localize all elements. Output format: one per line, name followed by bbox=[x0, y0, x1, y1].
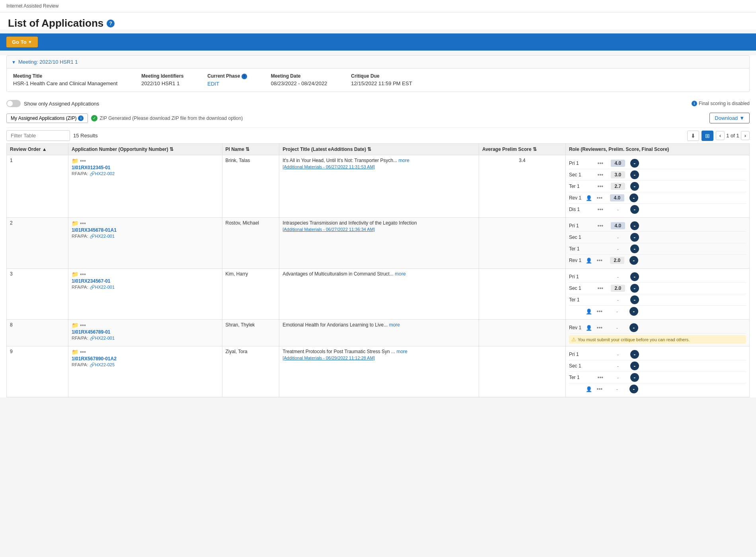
minus-button[interactable]: - bbox=[629, 307, 638, 316]
role-dots-icon[interactable]: ••• bbox=[594, 160, 606, 166]
app-number[interactable]: 1I01RX456789-01 bbox=[72, 329, 218, 335]
prev-page-button[interactable]: ‹ bbox=[716, 131, 725, 140]
app-number[interactable]: 1I01RX234567-01 bbox=[72, 278, 218, 284]
grid-view-button[interactable]: ⊞ bbox=[701, 131, 713, 141]
app-number[interactable]: 1I01RX012345-01 bbox=[72, 165, 218, 170]
minus-button[interactable]: - bbox=[629, 385, 638, 393]
minus-button[interactable]: - bbox=[630, 182, 639, 191]
project-more-link[interactable]: more bbox=[395, 271, 405, 277]
more-options-icon[interactable]: ••• bbox=[80, 349, 86, 355]
rfa-link[interactable]: 🔗HX22-001 bbox=[90, 336, 115, 340]
minus-button[interactable]: - bbox=[630, 362, 639, 370]
minus-button[interactable]: - bbox=[630, 170, 639, 179]
download-button[interactable]: Download ▼ bbox=[709, 113, 750, 123]
minus-button[interactable]: - bbox=[630, 244, 639, 253]
minus-button[interactable]: - bbox=[630, 295, 639, 304]
toggle-label: Show only Assigned Applications bbox=[24, 101, 99, 107]
zip-left: My Assigned Applications (ZIP) i ✓ ZIP G… bbox=[6, 113, 243, 123]
role-dots-icon[interactable]: ••• bbox=[594, 206, 606, 213]
role-dots-icon[interactable]: ••• bbox=[594, 223, 606, 229]
minus-button[interactable]: - bbox=[630, 233, 639, 242]
app-number[interactable]: 1I01RX345678-01A1 bbox=[72, 227, 218, 233]
minus-button[interactable]: - bbox=[629, 256, 638, 265]
role-row: 👤 ••• - - bbox=[569, 306, 746, 317]
final-scoring-info-icon: i bbox=[692, 101, 697, 106]
zip-button[interactable]: My Assigned Applications (ZIP) i bbox=[6, 113, 88, 123]
role-dots-icon[interactable]: ••• bbox=[594, 195, 606, 201]
additional-materials-link[interactable]: [Additional Materials - 06/29/2022 11:12… bbox=[283, 356, 475, 360]
role-row: Rev 1 👤 ••• 4.0 - bbox=[569, 192, 746, 204]
more-options-icon[interactable]: ••• bbox=[80, 158, 86, 164]
minus-button[interactable]: - bbox=[629, 323, 638, 332]
role-dots-icon[interactable]: ••• bbox=[594, 324, 606, 331]
folder-icon[interactable]: 📁 bbox=[72, 349, 78, 355]
col-avg-score: Average Prelim Score ⇅ bbox=[479, 144, 565, 155]
role-dots-icon[interactable]: ••• bbox=[594, 308, 606, 315]
role-dots-icon[interactable]: ••• bbox=[594, 172, 606, 178]
col-review-order: Review Order ▲ bbox=[7, 144, 68, 155]
dash-score: - bbox=[616, 309, 618, 315]
role-label: Sec 1 bbox=[569, 235, 584, 240]
rfa-link[interactable]: 🔗HX22-002 bbox=[90, 171, 115, 176]
goto-button[interactable]: Go To ▼ bbox=[6, 37, 38, 47]
role-dots-icon[interactable]: ••• bbox=[594, 257, 606, 264]
role-dots-icon[interactable]: ••• bbox=[594, 183, 606, 190]
folder-icon[interactable]: 📁 bbox=[72, 158, 78, 164]
assigned-toggle[interactable] bbox=[6, 100, 21, 107]
phase-edit-link[interactable]: EDIT bbox=[207, 81, 247, 87]
rfa-link-row: RFA/PA: 🔗HX22-001 bbox=[72, 234, 218, 239]
cell-avg-score bbox=[479, 218, 565, 269]
project-more-link[interactable]: more bbox=[389, 322, 400, 328]
app-number[interactable]: 1I01RX567890-01A2 bbox=[72, 356, 218, 362]
table-row: 9 📁 ••• 1I01RX567890-01A2 RFA/PA: 🔗HX22-… bbox=[7, 346, 750, 397]
help-icon[interactable]: ? bbox=[107, 20, 115, 27]
role-row: Ter 1 - - bbox=[569, 243, 746, 255]
role-dots-icon[interactable]: ••• bbox=[594, 386, 606, 392]
phase-help-icon[interactable]: ? bbox=[242, 74, 247, 79]
role-score: - bbox=[608, 235, 628, 240]
rfa-link[interactable]: 🔗HX22-001 bbox=[90, 234, 115, 238]
col-app-number: Application Number (Opportunity Number) … bbox=[68, 144, 222, 155]
folder-icon[interactable]: 📁 bbox=[72, 322, 78, 328]
minus-button[interactable]: - bbox=[630, 159, 639, 168]
minus-button[interactable]: - bbox=[629, 193, 638, 202]
role-score: - bbox=[607, 325, 627, 331]
next-page-button[interactable]: › bbox=[741, 131, 750, 140]
meeting-header[interactable]: ▼ Meeting: 2022/10 HSR1 1 bbox=[7, 56, 749, 68]
role-label: Pri 1 bbox=[569, 160, 584, 166]
more-options-icon[interactable]: ••• bbox=[80, 220, 86, 227]
minus-button[interactable]: - bbox=[630, 373, 639, 382]
role-action: - bbox=[629, 295, 640, 304]
role-dots-icon[interactable]: ••• bbox=[594, 285, 606, 291]
role-score: 2.0 bbox=[607, 257, 627, 264]
collapse-icon: ▼ bbox=[12, 60, 16, 64]
page-indicator: 1 of 1 bbox=[726, 133, 739, 139]
top-bar: Internet Assisted Review bbox=[0, 0, 756, 12]
dash-score: - bbox=[616, 325, 618, 331]
rfa-link[interactable]: 🔗HX22-025 bbox=[90, 362, 115, 367]
project-more-link[interactable]: more bbox=[399, 158, 409, 163]
minus-button[interactable]: - bbox=[630, 205, 639, 214]
role-label: Pri 1 bbox=[569, 274, 584, 279]
person-icon: 👤 bbox=[586, 386, 592, 392]
role-score: 3.0 bbox=[608, 171, 628, 178]
additional-materials-link[interactable]: [Additional Materials - 06/27/2022 11:31… bbox=[283, 164, 475, 169]
goto-arrow-icon: ▼ bbox=[28, 40, 32, 44]
more-options-icon[interactable]: ••• bbox=[80, 271, 86, 278]
meeting-date-label: Meeting Date bbox=[271, 73, 327, 79]
minus-button[interactable]: - bbox=[630, 272, 639, 281]
project-more-link[interactable]: more bbox=[396, 349, 407, 354]
additional-materials-link[interactable]: [Additional Materials - 06/27/2022 11:36… bbox=[283, 227, 475, 232]
rfa-link[interactable]: 🔗HX22-001 bbox=[90, 285, 115, 289]
minus-button[interactable]: - bbox=[630, 350, 639, 359]
role-label: Pri 1 bbox=[569, 223, 584, 229]
export-icon-button[interactable]: ⬇ bbox=[687, 131, 699, 141]
more-options-icon[interactable]: ••• bbox=[80, 322, 86, 328]
role-label: Dis 1 bbox=[569, 207, 584, 212]
folder-icon[interactable]: 📁 bbox=[72, 271, 78, 278]
filter-input[interactable] bbox=[6, 130, 70, 141]
minus-button[interactable]: - bbox=[630, 221, 639, 230]
minus-button[interactable]: - bbox=[630, 284, 639, 293]
folder-icon[interactable]: 📁 bbox=[72, 220, 78, 227]
role-dots-icon[interactable]: ••• bbox=[594, 374, 606, 381]
